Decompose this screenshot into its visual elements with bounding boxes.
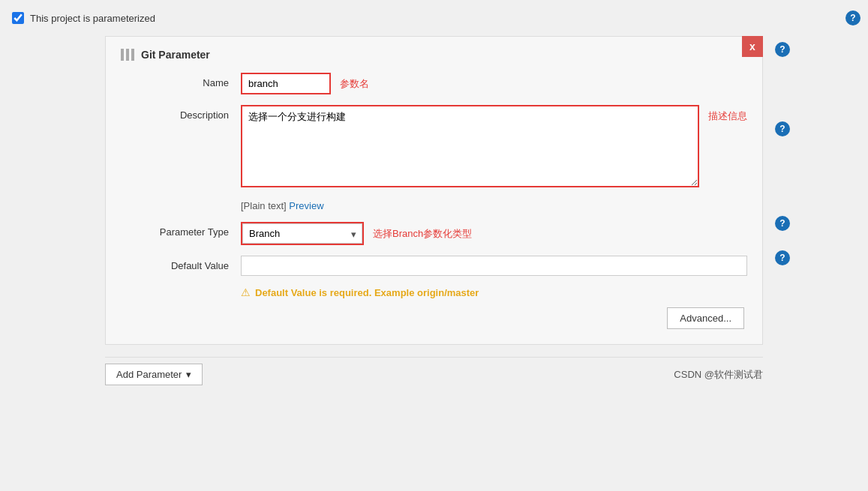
name-input[interactable] xyxy=(241,73,331,94)
text-links-row: [Plain text] Preview xyxy=(121,200,747,211)
preview-link[interactable]: Preview xyxy=(289,200,323,211)
title-icon-bar1 xyxy=(121,49,124,61)
default-value-label: Default Value xyxy=(121,256,241,271)
add-parameter-button[interactable]: Add Parameter ▾ xyxy=(105,364,203,385)
top-help-icon[interactable]: ? xyxy=(845,10,860,25)
warning-text: Default Value is required. Example origi… xyxy=(255,287,479,298)
add-param-label: Add Parameter xyxy=(116,369,182,380)
name-annotation: 参数名 xyxy=(340,77,369,91)
add-param-dropdown-icon: ▾ xyxy=(186,369,191,380)
help-icon-param-type: ? xyxy=(775,210,790,237)
default-value-input[interactable] xyxy=(241,256,747,276)
side-help-icons: ? ? ? ? xyxy=(775,36,790,271)
help-icon-default-value: ? xyxy=(775,244,790,271)
main-content: x Git Parameter Name 参数名 xyxy=(105,36,763,345)
name-field-wrapper: 参数名 xyxy=(241,73,747,94)
parameterized-label: This project is parameterized xyxy=(30,13,155,24)
top-bar: This project is parameterized ? xyxy=(0,7,868,28)
param-type-field-wrapper: Branch Tag Revision Pull Request 选择Branc… xyxy=(241,222,747,245)
name-label: Name xyxy=(121,73,241,88)
help-icon-name: ? xyxy=(775,36,790,63)
help-icon-4[interactable]: ? xyxy=(775,250,790,265)
close-button[interactable]: x xyxy=(742,36,763,57)
watermark: CSDN @软件测试君 xyxy=(674,368,763,382)
help-icon-3[interactable]: ? xyxy=(775,216,790,231)
default-value-field-wrapper xyxy=(241,256,747,276)
title-icon-bar2 xyxy=(126,49,129,61)
bottom-bar: Add Parameter ▾ CSDN @软件测试君 xyxy=(105,357,763,391)
parameterized-checkbox[interactable] xyxy=(12,12,24,24)
page-wrapper: This project is parameterized ? x Git Pa… xyxy=(0,0,868,491)
description-textarea-wrapper: 选择一个分支进行构建 xyxy=(241,105,699,190)
parameterized-checkbox-label[interactable]: This project is parameterized xyxy=(12,12,155,24)
description-textarea[interactable]: 选择一个分支进行构建 xyxy=(241,105,699,187)
top-help-area: ? xyxy=(845,10,860,25)
description-label: Description xyxy=(121,105,241,121)
title-icon-bar3 xyxy=(131,49,134,61)
advanced-row: Advanced... xyxy=(121,307,747,329)
param-type-row: Parameter Type Branch Tag Revision Pull … xyxy=(121,222,747,245)
param-type-label: Parameter Type xyxy=(121,222,241,238)
warning-row: ⚠ Default Value is required. Example ori… xyxy=(121,286,747,298)
param-type-annotation: 选择Branch参数化类型 xyxy=(373,227,472,241)
param-type-select[interactable]: Branch Tag Revision Pull Request xyxy=(242,223,362,244)
default-value-row: Default Value xyxy=(121,256,747,276)
panel-title: Git Parameter xyxy=(141,49,210,61)
param-type-select-wrapper: Branch Tag Revision Pull Request xyxy=(241,222,364,245)
advanced-button[interactable]: Advanced... xyxy=(667,307,744,329)
help-icon-description: ? xyxy=(775,115,790,142)
help-icon-2[interactable]: ? xyxy=(775,121,790,136)
git-parameter-panel: x Git Parameter Name 参数名 xyxy=(105,36,763,345)
description-row: Description 选择一个分支进行构建 描述信息 xyxy=(121,105,747,190)
description-annotation: 描述信息 xyxy=(708,105,747,123)
panel-title-row: Git Parameter xyxy=(121,49,747,61)
panel-title-icon xyxy=(121,49,135,61)
name-row: Name 参数名 xyxy=(121,73,747,94)
help-icon-1[interactable]: ? xyxy=(775,42,790,57)
warning-icon: ⚠ xyxy=(241,286,251,298)
panel-outer: x Git Parameter Name 参数名 xyxy=(105,36,763,345)
description-field-wrapper: 选择一个分支进行构建 描述信息 xyxy=(241,105,747,190)
plain-text-label: [Plain text] xyxy=(241,200,287,211)
